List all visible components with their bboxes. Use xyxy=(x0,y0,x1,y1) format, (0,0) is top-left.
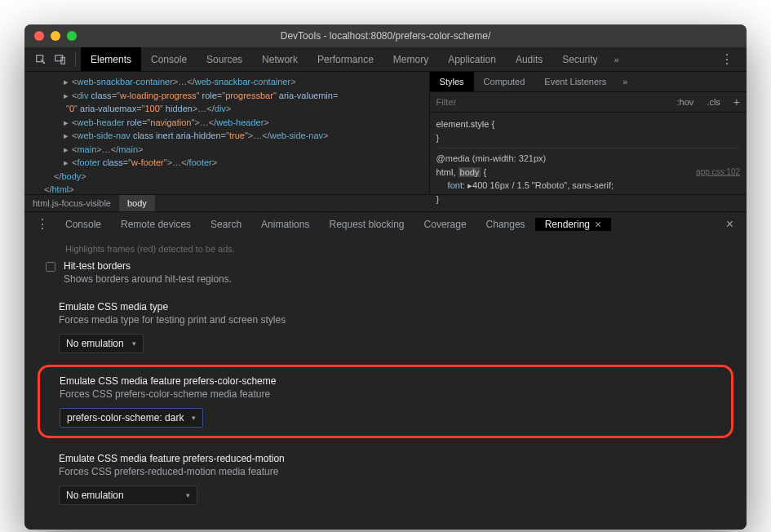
titlebar: DevTools - localhost:8080/prefers-color-… xyxy=(24,24,747,47)
window-title: DevTools - localhost:8080/prefers-color-… xyxy=(281,30,490,42)
inspect-icon[interactable] xyxy=(31,50,51,69)
tab-security[interactable]: Security xyxy=(552,47,607,71)
prefers-color-title: Emulate CSS media feature prefers-color-… xyxy=(60,375,711,387)
chevron-down-icon: ▾ xyxy=(192,414,196,422)
css-property-name: font xyxy=(448,180,463,190)
styles-tabs: Styles Computed Event Listeners » xyxy=(430,72,747,92)
faded-desc: Highlights frames (red) detected to be a… xyxy=(38,244,733,254)
new-style-rule-icon[interactable]: + xyxy=(727,92,747,112)
close-brace: } xyxy=(436,131,740,145)
hit-test-borders-row: Hit-test borders Shows borders around hi… xyxy=(38,259,733,295)
close-icon[interactable]: × xyxy=(595,218,601,231)
hit-test-title: Hit-test borders xyxy=(64,260,232,272)
tab-sources[interactable]: Sources xyxy=(197,47,252,71)
tab-network[interactable]: Network xyxy=(252,47,308,71)
prefers-color-value: prefers-color-scheme: dark xyxy=(67,412,184,423)
media-type-value: No emulation xyxy=(66,338,124,349)
main-toolbar: Elements Console Sources Network Perform… xyxy=(24,47,747,72)
media-query: @media (min-width: 321px) xyxy=(436,152,740,166)
crumb-body[interactable]: body xyxy=(119,195,155,211)
prefers-motion-value: No emulation xyxy=(66,490,124,501)
settings-menu-icon[interactable]: ⋮ xyxy=(714,51,740,67)
media-type-title: Emulate CSS media type xyxy=(59,301,712,313)
device-toggle-icon[interactable] xyxy=(51,50,70,69)
emulate-media-type-section: Emulate CSS media type Forces media type… xyxy=(38,295,733,360)
styles-pane: Styles Computed Event Listeners » :hov .… xyxy=(429,72,747,194)
elements-tree[interactable]: ▸<web-snackbar-container>…</web-snackbar… xyxy=(24,72,429,194)
media-type-sub: Forces media type for testing print and … xyxy=(59,314,712,326)
drawer-tab-remote[interactable]: Remote devices xyxy=(111,219,201,230)
rendering-panel: Highlights frames (red) detected to be a… xyxy=(24,236,747,530)
hit-test-checkbox[interactable] xyxy=(46,262,55,272)
hov-toggle[interactable]: :hov xyxy=(671,94,701,110)
devtools-window: DevTools - localhost:8080/prefers-color-… xyxy=(24,24,747,530)
css-property-value: ▸400 16px / 1.5 "Roboto", sans-serif; xyxy=(467,180,614,190)
divider xyxy=(75,52,76,67)
drawer-tabs: ⋮ Console Remote devices Search Animatio… xyxy=(24,211,747,236)
tab-audits[interactable]: Audits xyxy=(506,47,552,71)
prefers-motion-sub: Forces CSS prefers-reduced-motion media … xyxy=(59,466,712,477)
styles-tab-listeners[interactable]: Event Listeners xyxy=(534,72,616,91)
close-window-icon[interactable] xyxy=(34,31,44,41)
emulate-prefers-color-scheme-section: Emulate CSS media feature prefers-color-… xyxy=(38,365,733,438)
prefers-color-select[interactable]: prefers-color-scheme: dark ▾ xyxy=(60,408,203,428)
cls-toggle[interactable]: .cls xyxy=(700,94,727,110)
chevron-down-icon: ▾ xyxy=(132,339,136,348)
drawer-tab-coverage[interactable]: Coverage xyxy=(414,219,476,230)
drawer-menu-icon[interactable]: ⋮ xyxy=(29,216,55,232)
prefers-motion-title: Emulate CSS media feature prefers-reduce… xyxy=(59,453,712,464)
css-selector: html, body { xyxy=(436,167,487,177)
split-panes: ▸<web-snackbar-container>…</web-snackbar… xyxy=(24,72,747,194)
traffic-lights xyxy=(34,31,77,41)
tab-console[interactable]: Console xyxy=(141,47,197,71)
prefers-motion-select[interactable]: No emulation ▾ xyxy=(59,485,197,505)
element-style-rule: element.style { xyxy=(436,119,495,129)
styles-filter-row: :hov .cls + xyxy=(430,92,747,113)
styles-tab-computed[interactable]: Computed xyxy=(474,72,535,91)
styles-tab-styles[interactable]: Styles xyxy=(430,72,474,91)
main-tabs: Elements Console Sources Network Perform… xyxy=(81,47,608,71)
emulate-prefers-motion-section: Emulate CSS media feature prefers-reduce… xyxy=(38,446,733,512)
tab-application[interactable]: Application xyxy=(438,47,506,71)
prefers-color-sub: Forces CSS prefers-color-scheme media fe… xyxy=(60,388,711,400)
drawer-tab-changes[interactable]: Changes xyxy=(476,219,535,230)
drawer-tab-rendering[interactable]: Rendering× xyxy=(535,218,612,231)
drawer-close-icon[interactable]: × xyxy=(718,217,742,232)
minimize-window-icon[interactable] xyxy=(51,31,60,41)
drawer-tab-blocking[interactable]: Request blocking xyxy=(319,219,414,230)
source-link[interactable]: app.css:102 xyxy=(696,166,740,178)
drawer-tab-console[interactable]: Console xyxy=(55,219,111,230)
styles-tabs-overflow-icon[interactable]: » xyxy=(616,72,632,91)
tab-elements[interactable]: Elements xyxy=(81,47,141,71)
drawer-tab-animations[interactable]: Animations xyxy=(251,219,319,230)
styles-filter-input[interactable] xyxy=(430,93,671,111)
tab-memory[interactable]: Memory xyxy=(383,47,438,71)
crumb-html[interactable]: html.js-focus-visible xyxy=(24,195,119,211)
close-brace: } xyxy=(436,193,740,206)
maximize-window-icon[interactable] xyxy=(67,31,77,41)
hit-test-sub: Shows borders around hit-test regions. xyxy=(64,273,232,285)
tabs-overflow-icon[interactable]: » xyxy=(608,55,624,64)
media-type-select[interactable]: No emulation ▾ xyxy=(59,334,144,353)
drawer-tab-search[interactable]: Search xyxy=(201,219,251,230)
chevron-down-icon: ▾ xyxy=(186,491,190,499)
tab-performance[interactable]: Performance xyxy=(308,47,383,71)
styles-rules[interactable]: element.style { } @media (min-width: 321… xyxy=(430,113,747,211)
